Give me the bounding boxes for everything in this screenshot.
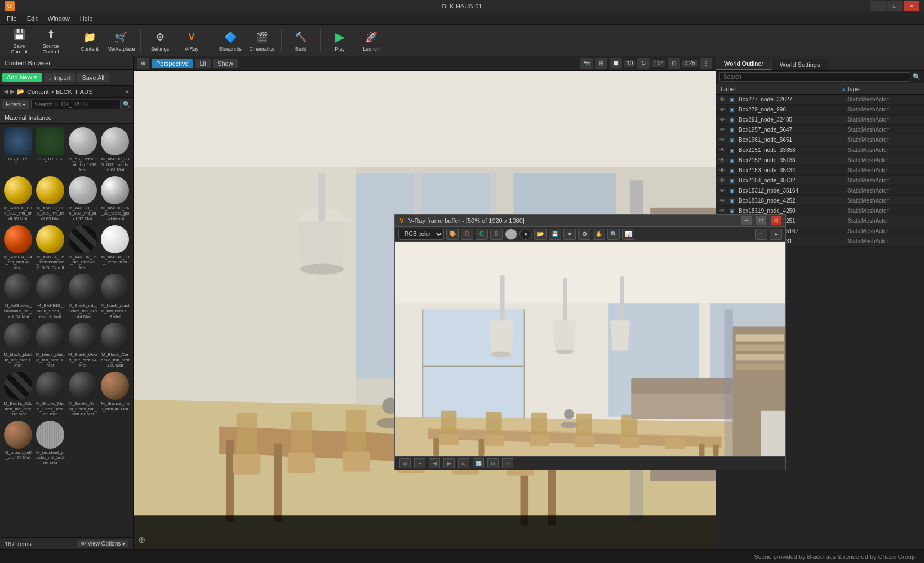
menu-edit[interactable]: Edit xyxy=(23,14,42,23)
maximize-button[interactable]: □ xyxy=(887,1,903,11)
asset-item[interactable]: M_Books_Small_Shelf_mtl_brdf 41 Mat xyxy=(67,370,99,418)
asset-item[interactable]: M_AM134_24_mtl_brdf 41 Mat xyxy=(2,224,34,272)
viewport-more[interactable]: ⋮ xyxy=(700,58,712,69)
vray-pan-btn[interactable]: ✋ xyxy=(593,229,605,240)
vray-right-btn2[interactable]: ▸ xyxy=(770,229,782,240)
asset-item[interactable]: M_AM130_04_20_table_gls_white mtl xyxy=(100,175,131,223)
settings-button[interactable]: ⚙ Settings xyxy=(145,26,175,55)
outliner-row[interactable]: 👁 ▣ Box1957_node_5647 StaticMeshActor xyxy=(716,125,924,135)
vray-open-btn[interactable]: 📂 xyxy=(534,229,547,240)
asset-item[interactable]: M_AM130_035_007_mtl_brdf 57 Mat xyxy=(67,175,99,223)
close-button[interactable]: ✕ xyxy=(904,1,919,11)
viewport-cam-icon[interactable]: 📷 xyxy=(580,58,593,69)
outliner-row[interactable]: 👁 ▣ Box18318_node_4252 StaticMeshActor xyxy=(716,196,924,206)
vray-footer-btn6[interactable]: 🔢 xyxy=(473,458,484,468)
asset-item[interactable]: M_BAKING_Main_Shelf_Test mtl brdf xyxy=(35,272,66,320)
add-new-button[interactable]: Add New ▾ xyxy=(2,73,42,82)
search-input[interactable] xyxy=(31,100,121,109)
vray-white-point-btn[interactable]: ○ xyxy=(505,229,517,240)
save-all-button[interactable]: Save All xyxy=(77,73,109,82)
cinematics-button[interactable]: 🎬 Cinematics xyxy=(247,26,277,55)
vray-footer-btn5[interactable]: ⊡ xyxy=(458,458,469,468)
vray-footer-btn8[interactable]: R xyxy=(502,458,513,468)
vray-black-point-btn[interactable]: ● xyxy=(519,229,532,240)
marketplace-button[interactable]: 🛒 Marketplace xyxy=(106,26,136,55)
viewport-nav-icon[interactable]: ⊕ xyxy=(137,58,149,69)
vray-footer-btn1[interactable]: ⊞ xyxy=(399,458,411,468)
viewport-grid-icon[interactable]: ⊞ xyxy=(595,58,607,69)
vray-close-button[interactable]: ✕ xyxy=(771,216,781,225)
vray-histogram-btn[interactable]: 📊 xyxy=(622,229,634,240)
vray-clear-btn[interactable]: ✕ xyxy=(563,229,576,240)
content-browser-tab[interactable]: Content Browser xyxy=(0,56,133,70)
asset-item[interactable]: M_AM130_035_001_mtl_brdf 68 Mat xyxy=(100,126,131,174)
vray-maximize-button[interactable]: □ xyxy=(756,216,766,225)
asset-item[interactable]: M_AM134_35_archmodels52_005_04 mtl xyxy=(35,224,66,272)
vray-color-picker-btn[interactable]: 🎨 xyxy=(446,229,459,240)
asset-item[interactable]: M_ArtBooks_Normala_mtl_brdf 64 Mat xyxy=(2,272,34,320)
outliner-row[interactable]: 👁 ▣ Box2153_node_35134 StaticMeshActor xyxy=(716,166,924,176)
save-current-button[interactable]: 💾 Save Current xyxy=(5,26,34,55)
outliner-search-input[interactable] xyxy=(719,72,910,82)
outliner-row[interactable]: 👁 ▣ Box277_node_32627 StaticMeshActor xyxy=(716,95,924,105)
vray-r-channel-btn[interactable]: R xyxy=(461,229,473,240)
build-button[interactable]: 🔨 Build xyxy=(286,26,316,55)
asset-item[interactable]: M_AM130_035_005_mtl_brdf 65 Mat xyxy=(35,175,66,223)
outliner-row[interactable]: 👁 ▣ Box2152_node_35133 StaticMeshActor xyxy=(716,155,924,166)
blueprints-button[interactable]: 🔷 Blueprints xyxy=(216,26,245,55)
asset-item[interactable]: M_AM134_36_mtl_brdf 43 Mat xyxy=(67,224,99,272)
outliner-row[interactable]: 👁 ▣ Box18312_node_35164 StaticMeshActor xyxy=(716,186,924,196)
asset-item[interactable]: M_black_plastic_mtl_brdf 90 Mat xyxy=(35,321,66,369)
show-button[interactable]: Show xyxy=(213,59,238,68)
menu-file[interactable]: File xyxy=(2,14,21,23)
vray-settings-btn[interactable]: ⚙ xyxy=(578,229,590,240)
vray-b-channel-btn[interactable]: B xyxy=(490,229,503,240)
asset-item[interactable]: M_Bronze_mtl_brdf 40 Mat xyxy=(100,370,131,418)
vray-g-channel-btn[interactable]: G xyxy=(476,229,488,240)
viewport-snap-icon[interactable]: 🔲 xyxy=(610,58,622,69)
asset-item[interactable]: M_a3_Default_mtl_brdf 138 Mat xyxy=(67,126,99,174)
vray-footer-btn3[interactable]: ◀ xyxy=(429,458,440,468)
world-settings-tab[interactable]: World Settings xyxy=(772,59,828,70)
menu-help[interactable]: Help xyxy=(75,14,97,23)
lit-button[interactable]: Lit xyxy=(195,59,211,68)
asset-item[interactable]: M_Black_Ceramic_mtl_brdf 129 Mat xyxy=(100,321,131,369)
outliner-row[interactable]: 👁 ▣ Box291_node_32485 StaticMeshActor xyxy=(716,115,924,125)
asset-item[interactable]: M_Black_mtt_ticker_mtl_brdf 44 Mat xyxy=(67,272,99,320)
content-button[interactable]: 📁 Content xyxy=(75,26,104,55)
viewport-rotate-snap[interactable]: ↻ xyxy=(637,58,650,69)
vray-footer-btn4[interactable]: ▶ xyxy=(443,458,455,468)
outliner-row[interactable]: 👁 ▣ Box2151_node_33358 StaticMeshActor xyxy=(716,145,924,155)
world-outliner-tab[interactable]: World Outliner xyxy=(716,58,772,70)
outliner-row[interactable]: 👁 ▣ Box279_node_996 StaticMeshActor xyxy=(716,105,924,115)
asset-item[interactable]: BG_TREES xyxy=(35,126,66,174)
asset-item[interactable]: M_brushed_plastic_mtl_brdf 89 Mat xyxy=(35,419,66,467)
vray-color-mode-select[interactable]: RGB color Alpha Color xyxy=(398,229,444,240)
filters-button[interactable]: Filters ▾ xyxy=(2,100,29,109)
vray-right-btn1[interactable]: ≡ xyxy=(755,229,767,240)
menu-window[interactable]: Window xyxy=(43,14,74,23)
path-forward-arrow[interactable]: ▶ xyxy=(10,88,15,95)
vray-button[interactable]: V V-Ray xyxy=(177,26,206,55)
launch-button[interactable]: 🚀 Launch xyxy=(357,26,386,55)
asset-item[interactable]: M_black_plastic_mtl_brdf 113 Mat xyxy=(100,272,131,320)
source-control-button[interactable]: ⬆ Source Control xyxy=(36,26,65,55)
path-back-arrow[interactable]: ◀ xyxy=(3,88,8,95)
asset-item[interactable]: M_Books_Kitchen_mtl_brdf 102 Mat xyxy=(2,370,34,418)
import-button[interactable]: ↓ Import xyxy=(44,73,75,82)
asset-item[interactable]: M_brown_mtl_brdf 75 Mat xyxy=(2,419,34,467)
vray-footer-btn7[interactable]: M xyxy=(487,458,499,468)
asset-item[interactable]: M_AM130_035_003_mtl_brdf 65 Mat xyxy=(2,175,34,223)
asset-item[interactable]: BG_CITY xyxy=(2,126,34,174)
vray-minimize-button[interactable]: ─ xyxy=(741,216,752,225)
perspective-button[interactable]: Perspective xyxy=(152,59,193,68)
asset-item[interactable]: M_Books_Main_Shelf_Test mtl brdf xyxy=(35,370,66,418)
minimize-button[interactable]: ─ xyxy=(870,1,886,11)
outliner-row[interactable]: 👁 ▣ Box1961_node_5651 StaticMeshActor xyxy=(716,135,924,145)
viewport-scale-snap[interactable]: ⊡ xyxy=(668,58,680,69)
path-more-icon[interactable]: ▸ xyxy=(126,88,130,95)
asset-item[interactable]: M_AM134_38_Defaultftos xyxy=(100,224,131,272)
vray-zoom-btn[interactable]: 🔍 xyxy=(607,229,620,240)
vray-footer-btn2[interactable]: ▸ xyxy=(414,458,425,468)
view-options-button[interactable]: 👁 View Options ▾ xyxy=(77,540,128,547)
